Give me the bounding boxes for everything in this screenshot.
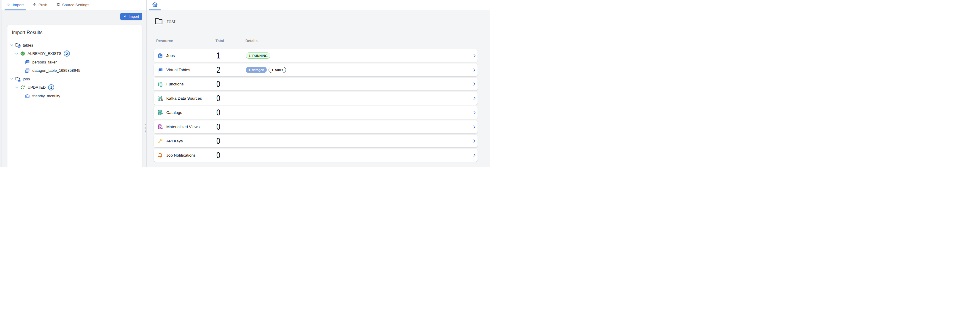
- column-header-details: Details: [245, 39, 258, 43]
- chevron-right-icon[interactable]: [472, 53, 477, 58]
- tree-row-friendly-mcnulty[interactable]: friendly_mcnulty: [7, 92, 142, 100]
- tree-label: friendly_mcnulty: [32, 94, 60, 98]
- table-header-row: Resource Total Details: [147, 39, 490, 44]
- tree-label: tables: [23, 43, 33, 48]
- resource-label: Kafka Data Sources: [166, 96, 202, 101]
- job-icon: [25, 93, 30, 99]
- chevron-down-icon[interactable]: [10, 77, 14, 81]
- virtual-tables-icon: [157, 67, 163, 73]
- resource-label: Functions: [166, 82, 184, 86]
- chevron-right-icon[interactable]: [472, 139, 477, 143]
- chevron-right-icon[interactable]: [472, 82, 477, 86]
- resource-row-api-keys[interactable]: API Keys 0: [154, 135, 477, 147]
- resource-row-materialized-views[interactable]: Materialized Views 0: [154, 120, 477, 133]
- resource-total: 0: [216, 150, 220, 160]
- tree-label: UPDATED: [27, 85, 46, 89]
- badge-faker: 1 faker: [269, 67, 286, 73]
- badge-datagen: 1 datagen: [246, 67, 267, 73]
- chevron-right-icon[interactable]: [472, 96, 477, 101]
- chevron-right-icon[interactable]: [472, 68, 477, 72]
- folder-title: test: [167, 19, 175, 25]
- tree-row-persons-faker[interactable]: persons_faker: [7, 58, 142, 66]
- chevron-right-icon[interactable]: [472, 153, 477, 158]
- import-export-panel: Import Push Source Settings Import: [2, 0, 146, 167]
- materialized-views-icon: [157, 124, 163, 130]
- resource-row-kafka-data-sources[interactable]: Kafka Data Sources 0: [154, 92, 477, 105]
- tree-row-tables[interactable]: tables: [7, 41, 142, 50]
- folder-header: test: [154, 16, 175, 27]
- resource-label: Job Notifications: [166, 153, 196, 158]
- folder-icon: [154, 16, 163, 27]
- resource-label: Virtual Tables: [166, 68, 190, 72]
- resource-label: Catalogs: [166, 110, 182, 115]
- resource-label: API Keys: [166, 139, 183, 143]
- bell-icon: [157, 152, 163, 158]
- tab-import[interactable]: Import: [5, 0, 26, 10]
- tab-source-settings-label: Source Settings: [62, 3, 89, 7]
- resource-label: Materialized Views: [166, 125, 199, 129]
- resource-row-job-notifications[interactable]: Job Notifications 0: [154, 149, 477, 161]
- import-button-label: Import: [129, 14, 139, 19]
- resource-list: Jobs 1 1 RUNNING: [154, 49, 477, 161]
- table-icon: [25, 59, 30, 65]
- resource-total: 0: [216, 122, 220, 132]
- tab-import-label: Import: [13, 3, 24, 7]
- right-tabbar: [147, 0, 490, 10]
- column-header-total: Total: [215, 39, 224, 43]
- resource-row-functions[interactable]: f() Functions 0: [154, 78, 477, 91]
- resource-details: 1 RUNNING: [246, 53, 270, 59]
- chevron-right-icon[interactable]: [472, 110, 477, 115]
- chevron-down-icon[interactable]: [14, 85, 19, 89]
- resource-row-jobs[interactable]: Jobs 1 1 RUNNING: [154, 49, 477, 62]
- catalogs-database-icon: [157, 109, 163, 116]
- download-arrow-icon: [123, 14, 127, 19]
- tree-row-already-exists[interactable]: ALREADY_EXISTS 2: [7, 50, 142, 58]
- import-results-card: Import Results: [7, 25, 142, 167]
- gear-icon: [56, 2, 60, 7]
- column-header-resource: Resource: [156, 39, 173, 43]
- jobs-icon: [157, 53, 163, 59]
- status-badge-running: 1 RUNNING: [246, 53, 270, 59]
- tree-row-datagen-table[interactable]: datagen_table_1689858945: [7, 66, 142, 75]
- app-window: Import Push Source Settings Import: [0, 0, 490, 167]
- folder-tables-icon: [15, 42, 21, 48]
- refresh-icon: [20, 85, 25, 90]
- resource-total: 2: [216, 65, 220, 75]
- folder-jobs-icon: [15, 76, 21, 82]
- tree-label: datagen_table_1689858945: [32, 68, 80, 73]
- left-tabbar: Import Push Source Settings: [2, 0, 146, 10]
- chevron-right-icon[interactable]: [472, 125, 477, 129]
- chevron-down-icon[interactable]: [10, 43, 14, 48]
- import-results-tree: tables ALREADY_EXISTS 2: [7, 41, 142, 100]
- tree-row-updated[interactable]: UPDATED 1: [7, 83, 142, 92]
- resource-total: 0: [216, 136, 220, 146]
- resource-total: 0: [216, 93, 220, 103]
- chevron-down-icon[interactable]: [14, 51, 19, 56]
- functions-icon: f(): [157, 81, 163, 87]
- tree-row-jobs[interactable]: jobs: [7, 75, 142, 83]
- resource-details: 1 datagen 1 faker: [246, 67, 286, 73]
- tab-source-settings[interactable]: Source Settings: [54, 0, 92, 10]
- tab-push[interactable]: Push: [30, 0, 50, 10]
- check-circle-icon: [20, 51, 25, 56]
- tab-home[interactable]: [149, 0, 161, 10]
- home-icon: [152, 2, 158, 9]
- table-icon: [25, 68, 30, 73]
- resource-total: 0: [216, 79, 220, 89]
- import-results-title: Import Results: [7, 25, 142, 35]
- resource-label: Jobs: [166, 53, 175, 58]
- resource-total: 0: [216, 108, 220, 117]
- resource-row-catalogs[interactable]: Catalogs 0: [154, 106, 477, 119]
- upload-arrow-icon: [33, 2, 37, 7]
- count-badge: 1: [48, 84, 54, 91]
- resource-row-virtual-tables[interactable]: Virtual Tables 2 1 datagen 1 faker: [154, 64, 477, 76]
- folder-overview-panel: test Resource Total Details Jobs 1: [147, 0, 490, 167]
- key-icon: [157, 138, 163, 144]
- kafka-database-icon: [157, 95, 163, 101]
- download-arrow-icon: [7, 2, 11, 7]
- import-button[interactable]: Import: [120, 13, 142, 20]
- tree-label: jobs: [23, 77, 30, 81]
- count-badge: 2: [64, 50, 70, 57]
- resource-total: 1: [216, 51, 220, 61]
- tab-push-label: Push: [38, 3, 48, 7]
